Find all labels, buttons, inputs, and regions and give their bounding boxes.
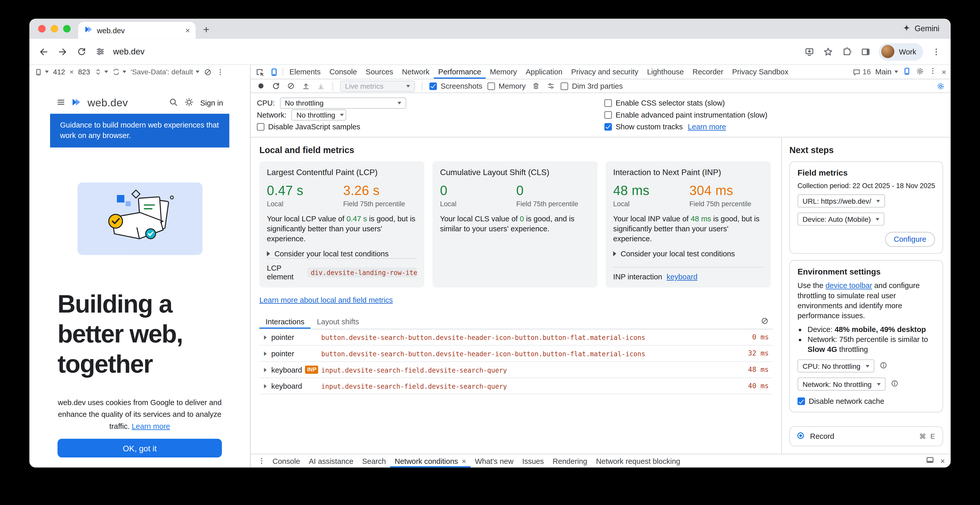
profile-chip[interactable]: Work [879, 43, 923, 60]
custom-tracks-checkbox[interactable]: Show custom tracks [605, 122, 683, 131]
site-brand[interactable]: web.dev [88, 97, 128, 110]
browser-menu-icon[interactable] [928, 43, 945, 60]
drawer-tab-close-icon[interactable]: × [462, 456, 466, 465]
tab-layout-shifts[interactable]: Layout shifts [310, 314, 365, 329]
search-icon[interactable] [169, 97, 178, 109]
menu-icon[interactable] [56, 97, 66, 109]
env-network-select[interactable]: Network: No throttling [797, 378, 885, 391]
devtools-tab-sources[interactable]: Sources [361, 65, 398, 79]
theme-toggle-icon[interactable] [185, 97, 194, 109]
field-device-select[interactable]: Device: Auto (Mobile) [797, 212, 885, 226]
devtools-tab-performance[interactable]: Performance [434, 65, 485, 79]
interaction-row[interactable]: keyboard INP input.devsite-search-field.… [259, 362, 773, 378]
paint-instrumentation-checkbox[interactable]: Enable advanced paint instrumentation (s… [605, 111, 768, 119]
devtools-tab-network[interactable]: Network [398, 65, 434, 79]
drawer-tab-search[interactable]: Search [358, 454, 390, 467]
devtools-tab-privacy-security[interactable]: Privacy and security [567, 65, 643, 79]
interaction-row[interactable]: keyboard input.devsite-search-field.devs… [259, 378, 773, 395]
info-icon[interactable] [879, 361, 888, 371]
interaction-row[interactable]: pointer button.devsite-search-button.dev… [259, 329, 773, 346]
gemini-button[interactable]: Gemini [903, 24, 939, 34]
reload-button[interactable] [73, 43, 90, 60]
browser-tab[interactable]: web.dev × [78, 22, 196, 39]
site-logo-icon[interactable] [71, 97, 82, 110]
devtools-tab-memory[interactable]: Memory [485, 65, 521, 79]
device-toolbar-menu-icon[interactable] [216, 68, 224, 76]
sign-in-link[interactable]: Sign in [200, 98, 223, 107]
device-toolbar-link[interactable]: device toolbar [826, 281, 872, 290]
disable-js-samples-checkbox[interactable]: Disable JavaScript samples [257, 122, 360, 131]
devtools-tab-application[interactable]: Application [522, 65, 567, 79]
devtools-tab-lighthouse[interactable]: Lighthouse [643, 65, 688, 79]
css-selector-stats-checkbox[interactable]: Enable CSS selector stats (slow) [605, 99, 725, 108]
custom-tracks-learn-more-link[interactable]: Learn more [688, 122, 726, 131]
interaction-node-link[interactable]: button.devsite-search-button.devsite-hea… [321, 333, 733, 341]
maximize-window-button[interactable] [63, 25, 70, 32]
triangle-right-icon[interactable] [264, 335, 267, 340]
metrics-learn-more-link[interactable]: Learn more about local and field metrics [259, 296, 393, 304]
triangle-right-icon[interactable] [264, 367, 267, 372]
save-data-select[interactable]: 'Save-Data': default [130, 68, 199, 76]
record-button[interactable]: Record ⌘ E [789, 426, 943, 446]
field-url-select[interactable]: URL: https://web.dev/ [797, 194, 885, 208]
capture-settings-icon[interactable] [546, 81, 556, 91]
back-button[interactable] [35, 43, 52, 60]
drawer-tab-issues[interactable]: Issues [518, 454, 548, 467]
install-icon[interactable] [801, 43, 818, 60]
site-controls-icon[interactable] [91, 43, 109, 60]
cookie-learn-more-link[interactable]: Learn more [132, 422, 170, 430]
record-reload-icon[interactable] [271, 81, 281, 91]
device-height[interactable]: 823 [78, 68, 90, 76]
minimize-window-button[interactable] [51, 25, 58, 32]
drawer-tab-console[interactable]: Console [268, 454, 304, 467]
devtools-tab-elements[interactable]: Elements [285, 65, 325, 79]
record-icon[interactable] [256, 81, 266, 91]
lcp-element-link[interactable]: div.devsite-landing-row-item-d… [307, 268, 417, 278]
devtools-menu-icon[interactable] [929, 67, 937, 77]
clear-log-icon[interactable] [761, 316, 769, 327]
extensions-icon[interactable] [838, 43, 856, 60]
interaction-node-link[interactable]: input.devsite-search-field.devsite-searc… [321, 382, 733, 389]
side-panel-icon[interactable] [857, 43, 875, 60]
interaction-row[interactable]: pointer button.devsite-search-button.dev… [259, 346, 773, 362]
inp-disclosure[interactable]: Consider your local test conditions [613, 249, 763, 258]
triangle-right-icon[interactable] [264, 351, 267, 356]
save-profile-icon[interactable] [316, 81, 326, 91]
drawer-tab-ai-assistance[interactable]: AI assistance [304, 454, 358, 467]
collect-garbage-icon[interactable] [531, 81, 541, 91]
settings-gear-icon[interactable] [916, 67, 924, 77]
device-select[interactable] [34, 68, 49, 76]
screenshots-checkbox[interactable]: Screenshots [430, 81, 482, 90]
triangle-right-icon[interactable] [264, 384, 267, 388]
cpu-throttling-select[interactable]: No throttling [280, 98, 406, 109]
drawer-tab-network-conditions[interactable]: Network conditions × [390, 454, 471, 467]
devtools-tab-console[interactable]: Console [325, 65, 361, 79]
console-messages-button[interactable]: 16 [853, 67, 871, 76]
new-tab-button[interactable]: + [198, 22, 215, 38]
clear-icon[interactable] [285, 81, 296, 91]
disable-network-cache-checkbox[interactable]: Disable network cache [797, 397, 935, 406]
configure-button[interactable]: Configure [885, 232, 935, 247]
cookie-accept-button[interactable]: OK, got it [57, 439, 222, 457]
devtools-tab-recorder[interactable]: Recorder [688, 65, 728, 79]
drawer-tab-whats-new[interactable]: What's new [471, 454, 518, 467]
toggle-device-toolbar-icon[interactable] [267, 65, 281, 79]
load-profile-icon[interactable] [301, 81, 310, 91]
devtools-close-icon[interactable]: × [942, 68, 946, 76]
panel-settings-gear-icon[interactable] [935, 81, 945, 91]
context-selector[interactable]: Main [875, 67, 899, 76]
zoom-select[interactable] [94, 68, 108, 76]
device-width[interactable]: 412 [53, 68, 65, 76]
close-window-button[interactable] [38, 25, 46, 32]
promo-banner[interactable]: Guidance to build modern web experiences… [50, 114, 229, 148]
drawer-close-icon[interactable]: × [940, 457, 945, 465]
tab-interactions[interactable]: Interactions [259, 314, 311, 329]
drawer-tab-network-request-blocking[interactable]: Network request blocking [592, 454, 685, 467]
history-select[interactable]: Live metrics [340, 80, 415, 92]
devtools-tab-privacy-sandbox[interactable]: Privacy Sandbox [728, 65, 793, 79]
drawer-menu-icon[interactable] [255, 454, 268, 467]
tab-close-icon[interactable]: × [185, 26, 190, 35]
memory-checkbox[interactable]: Memory [487, 81, 526, 90]
env-cpu-select[interactable]: CPU: No throttling [797, 359, 874, 372]
inp-interaction-link[interactable]: keyboard [667, 272, 698, 281]
